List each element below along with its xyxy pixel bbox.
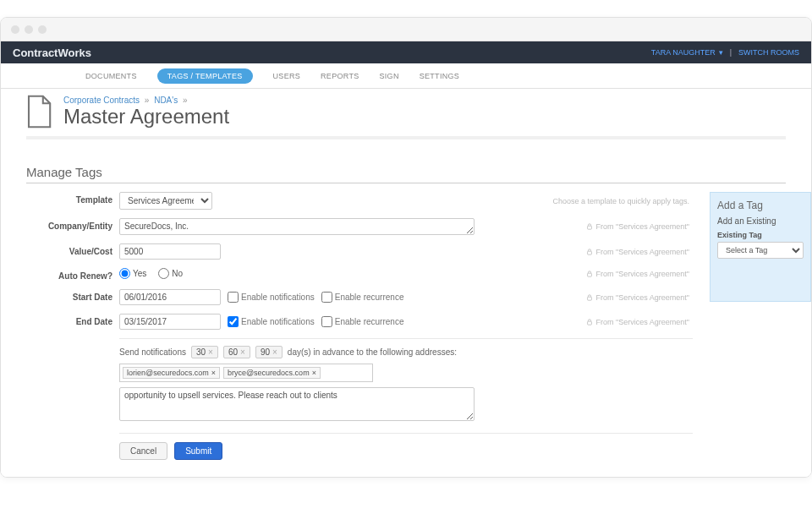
button-row: Cancel Submit xyxy=(119,433,693,460)
field-template: Services Agreement Choose a template to … xyxy=(119,192,693,210)
lock-icon xyxy=(586,249,593,255)
field-start: Enable notifications Enable recurrence F… xyxy=(119,289,693,305)
chip-30-val: 30 xyxy=(196,347,206,357)
breadcrumb-sep-1: » xyxy=(145,96,150,105)
email-2-remove[interactable]: × xyxy=(312,369,316,377)
origin-end: From "Services Agreement" xyxy=(586,318,693,326)
traffic-max[interactable] xyxy=(38,25,47,34)
end-enable-recur-cb[interactable] xyxy=(321,316,332,327)
chip-90-remove[interactable]: × xyxy=(272,347,277,357)
radio-yes[interactable]: Yes xyxy=(119,268,146,279)
origin-text: From "Services Agreement" xyxy=(596,248,689,256)
user-menu[interactable]: TARA NAUGHTER ▾ xyxy=(651,48,723,57)
field-company: From "Services Agreement" xyxy=(119,218,693,235)
radio-yes-label: Yes xyxy=(133,269,146,278)
side-existing-select[interactable]: Select a Tag xyxy=(717,242,804,259)
nav-settings[interactable]: SETTINGS xyxy=(420,72,459,80)
end-enable-notif-cb[interactable] xyxy=(228,316,239,327)
page-title: Master Agreement xyxy=(63,105,229,129)
submit-button[interactable]: Submit xyxy=(174,442,222,460)
end-notif-label: Enable notifications xyxy=(241,317,315,326)
origin-value: From "Services Agreement" xyxy=(586,248,693,256)
email-1: lorien@securedocs.com xyxy=(127,369,209,377)
company-input[interactable] xyxy=(119,218,475,235)
value-input[interactable] xyxy=(119,243,221,260)
user-name: TARA NAUGHTER xyxy=(651,48,716,57)
lock-icon xyxy=(586,271,593,277)
cancel-button[interactable]: Cancel xyxy=(119,442,167,460)
origin-start: From "Services Agreement" xyxy=(586,293,693,302)
nav-sign[interactable]: SIGN xyxy=(380,72,399,80)
origin-text: From "Services Agreement" xyxy=(596,293,689,302)
email-chip-1[interactable]: lorien@securedocs.com× xyxy=(123,367,220,379)
side-title: Add a Tag xyxy=(717,200,804,211)
chip-60-val: 60 xyxy=(228,347,238,357)
end-enable-notif[interactable]: Enable notifications xyxy=(228,316,315,327)
topbar: ContractWorks TARA NAUGHTER ▾ | SWITCH R… xyxy=(1,41,811,63)
traffic-min[interactable] xyxy=(25,25,33,34)
notif-chip-90[interactable]: 90× xyxy=(255,346,283,358)
email-chip-2[interactable]: bryce@securedocs.com× xyxy=(223,367,321,379)
breadcrumb-sep-2: » xyxy=(183,96,188,105)
start-date-input[interactable] xyxy=(119,289,221,305)
row-template: Template Services Agreement Choose a tem… xyxy=(26,192,693,210)
lock-icon xyxy=(586,294,593,301)
side-panel: Add a Tag Add an Existing Existing Tag S… xyxy=(710,192,811,302)
start-recur-label: Enable recurrence xyxy=(335,293,404,302)
nav-users[interactable]: USERS xyxy=(273,72,301,80)
chevron-down-icon: ▾ xyxy=(719,48,723,57)
divider-thin xyxy=(26,183,786,183)
radio-yes-input[interactable] xyxy=(119,268,130,279)
row-value: Value/Cost From "Services Agreement" xyxy=(26,243,693,260)
origin-text: From "Services Agreement" xyxy=(596,318,689,326)
notif-message[interactable] xyxy=(119,387,475,421)
notif-line: Send notifications 30× 60× 90× day(s) in… xyxy=(119,346,693,358)
notif-chip-60[interactable]: 60× xyxy=(223,346,250,358)
browser-chrome xyxy=(1,18,811,41)
end-recur-label: Enable recurrence xyxy=(335,317,404,326)
form-area: Template Services Agreement Choose a tem… xyxy=(26,192,693,460)
section-title: Manage Tags xyxy=(26,165,786,179)
main-columns: Template Services Agreement Choose a tem… xyxy=(26,192,786,460)
traffic-close[interactable] xyxy=(11,25,19,34)
radio-no[interactable]: No xyxy=(158,268,183,279)
origin-text: From "Services Agreement" xyxy=(596,270,689,278)
row-autorenew: Auto Renew? Yes No xyxy=(26,268,693,281)
origin-autorenew: From "Services Agreement" xyxy=(586,270,693,278)
notif-emails[interactable]: lorien@securedocs.com× bryce@securedocs.… xyxy=(119,364,373,382)
start-notif-label: Enable notifications xyxy=(241,293,315,302)
email-1-remove[interactable]: × xyxy=(211,369,216,377)
label-end: End Date xyxy=(26,314,119,326)
label-autorenew: Auto Renew? xyxy=(26,268,119,281)
chip-60-remove[interactable]: × xyxy=(240,347,245,357)
switch-rooms-link[interactable]: SWITCH ROOMS xyxy=(738,48,799,57)
nav-documents[interactable]: DOCUMENTS xyxy=(85,72,137,80)
row-end: End Date Enable notifications Enable rec… xyxy=(26,314,693,330)
start-enable-notif-cb[interactable] xyxy=(228,292,239,303)
brand: ContractWorks xyxy=(13,46,91,59)
nav-reports[interactable]: REPORTS xyxy=(321,72,359,80)
side-existing-label: Existing Tag xyxy=(717,231,804,239)
start-enable-recur-cb[interactable] xyxy=(321,292,332,303)
document-icon xyxy=(26,94,55,129)
notif-post: day(s) in advance to the following addre… xyxy=(288,347,457,357)
lock-icon xyxy=(586,223,593,230)
breadcrumb-ndas[interactable]: NDA's xyxy=(154,96,178,105)
nav-tags-templates[interactable]: TAGS / TEMPLATES xyxy=(157,68,253,84)
origin-text: From "Services Agreement" xyxy=(596,222,689,231)
divider: | xyxy=(730,48,732,57)
label-template: Template xyxy=(26,192,119,205)
start-enable-recur[interactable]: Enable recurrence xyxy=(321,292,404,303)
chip-30-remove[interactable]: × xyxy=(208,347,213,357)
notif-chip-30[interactable]: 30× xyxy=(191,346,218,358)
breadcrumb: Corporate Contracts » NDA's » xyxy=(63,96,229,105)
template-select[interactable]: Services Agreement xyxy=(119,192,212,210)
label-start: Start Date xyxy=(26,289,119,302)
end-date-input[interactable] xyxy=(119,314,221,330)
notification-block: Send notifications 30× 60× 90× day(s) in… xyxy=(119,338,693,423)
svg-rect-4 xyxy=(587,321,591,325)
end-enable-recur[interactable]: Enable recurrence xyxy=(321,316,404,327)
radio-no-input[interactable] xyxy=(158,268,169,279)
start-enable-notif[interactable]: Enable notifications xyxy=(228,292,315,303)
breadcrumb-corporate[interactable]: Corporate Contracts xyxy=(63,96,140,105)
